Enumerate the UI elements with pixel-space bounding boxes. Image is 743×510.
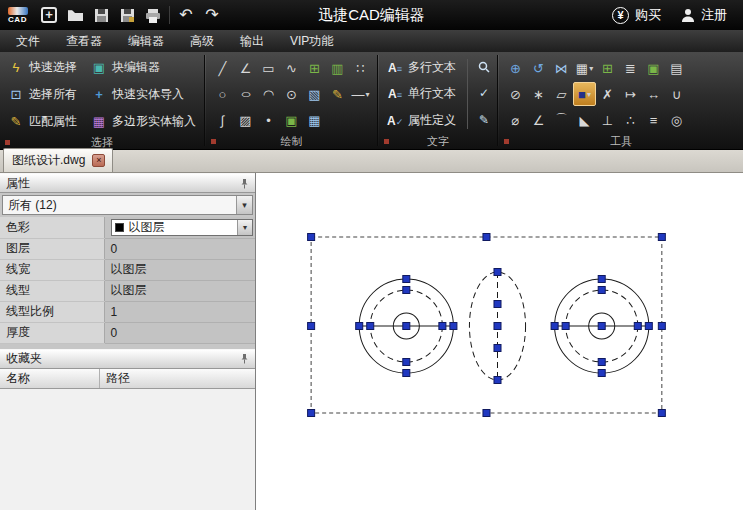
attribute-define-button[interactable]: A✓ 属性定义 [381,112,462,129]
quick-entity-import-button[interactable]: + 快速实体导入 [85,81,202,108]
quick-select-button[interactable]: ϟ 快速选择 [2,54,83,81]
array-button[interactable]: ▦▾ [573,56,596,80]
register-button[interactable]: 注册 [671,6,737,24]
property-value[interactable]: 0 [104,238,255,259]
spline-button[interactable]: ∿ [280,56,303,80]
color-value: 以图层 [129,219,165,236]
block-editor-button[interactable]: ▣ 块编辑器 [85,54,202,81]
table-button[interactable]: ▦ [303,108,326,132]
stretch-button[interactable]: ↔ [642,82,665,106]
wipeout-button[interactable]: ▥ [326,56,349,80]
property-value[interactable]: 0 [104,322,255,343]
ribbon-icon-row: ○○◠⊙▧✎―▾ [211,82,372,106]
menu-item-advanced[interactable]: 高级 [177,30,227,52]
menu-bar: 文件 查看器 编辑器 高级 输出 VIP功能 [0,30,743,52]
property-filter-dropdown[interactable]: 所有 (12) ▾ [2,195,253,215]
polyline-button[interactable]: ∠ [234,56,257,80]
pin-icon[interactable] [240,178,249,189]
erase-button[interactable]: ⊘ [504,82,527,106]
break-button[interactable]: ⊥ [596,108,619,132]
favorites-list[interactable] [0,389,255,510]
menu-item-vip[interactable]: VIP功能 [277,30,346,52]
save-button[interactable] [88,2,114,28]
construction-button[interactable]: ―▾ [349,82,372,106]
dialog-launcher-icon[interactable] [504,139,509,144]
ellipse-button[interactable]: ○ [234,82,257,106]
extend-button[interactable]: ↦ [619,82,642,106]
new-file-button[interactable]: + [36,2,62,28]
pencil-button[interactable]: ✎ [326,82,349,106]
offset-button[interactable]: ≣ [619,56,642,80]
fillet-button[interactable]: ⌒ [550,108,573,132]
join-button[interactable]: ∪ [665,82,688,106]
hatch-button[interactable]: ▨ [234,108,257,132]
ellipse-icon: ○ [240,88,252,101]
options-button[interactable]: ◎ [665,108,688,132]
point-button[interactable]: • [257,108,280,132]
close-icon[interactable]: × [92,154,105,167]
property-value[interactable]: 以图层 [104,280,255,301]
region-button[interactable]: ▧ [303,82,326,106]
open-file-button[interactable] [62,2,88,28]
move-button[interactable]: ⊕ [504,56,527,80]
dialog-launcher-icon[interactable] [384,139,389,144]
match-properties-button[interactable]: ✎ 匹配属性 [2,108,83,135]
menu-item-editor[interactable]: 编辑器 [115,30,177,52]
angle-button[interactable]: ∠ [527,108,550,132]
block-button[interactable]: ⊞ [303,56,326,80]
image-button[interactable]: ▣ [280,108,303,132]
circle-button[interactable]: ○ [211,82,234,106]
property-value[interactable]: 以图层 [104,259,255,280]
rotate-button[interactable]: ↺ [527,56,550,80]
property-value[interactable]: 1 [104,301,255,322]
dialog-launcher-icon[interactable] [5,140,10,145]
chevron-down-icon: ▾ [365,90,369,99]
text-style-button[interactable]: ✎ [473,113,495,127]
rect-button[interactable]: ▭ [257,56,280,80]
redo-button[interactable]: ↷ [199,2,225,28]
mirror-button[interactable]: ⋈ [550,56,573,80]
document-tab-label: 图纸设计.dwg [12,152,85,169]
offset-icon: ≣ [625,61,636,76]
document-tab[interactable]: 图纸设计.dwg × [3,148,113,172]
titlebar: CAD + ↶ ↷ 迅捷CAD编辑器 ¥ 购买 [0,0,743,30]
copy-button[interactable]: ⊞ [596,56,619,80]
polygon-entity-input-button[interactable]: ▦ 多边形实体输入 [85,108,202,135]
ribbon-icon-row: ⌀∠⌒◣⊥∴≡◎ [504,108,738,132]
explode-button[interactable]: ∗ [527,82,550,106]
menu-item-output[interactable]: 输出 [227,30,277,52]
menu-item-viewer[interactable]: 查看器 [53,30,115,52]
donut-button[interactable]: ⊙ [280,82,303,106]
distance-button[interactable]: ⌀ [504,108,527,132]
line-button[interactable]: ╱ [211,56,234,80]
divide-button[interactable]: ∷ [349,56,372,80]
pin-icon[interactable] [240,353,249,364]
drawing-canvas[interactable] [256,173,743,510]
buy-button[interactable]: ¥ 购买 [602,6,671,24]
spell-check-button[interactable]: ✓ [473,86,495,100]
table-row: 色彩 以图层 ▾ [0,217,255,238]
chamfer-button[interactable]: ◣ [573,108,596,132]
undo-button[interactable]: ↶ [173,2,199,28]
divide2-button[interactable]: ∴ [619,108,642,132]
dialog-launcher-icon[interactable] [211,139,216,144]
menu-item-file[interactable]: 文件 [3,30,53,52]
select-all-button[interactable]: ⊡ 选择所有 [2,81,83,108]
align-button[interactable]: ≡ [642,108,665,132]
group-button[interactable]: ▣ [642,56,665,80]
find-replace-button[interactable] [473,61,495,73]
scale-button[interactable]: ▱ [550,82,573,106]
singleline-text-label: 单行文本 [408,85,456,102]
scurve-button[interactable]: ∫ [211,108,234,132]
cad-drawing[interactable] [256,173,743,510]
trim-button[interactable]: ✗ [596,82,619,106]
paste-button[interactable]: ▤ [665,56,688,80]
singleline-text-button[interactable]: A≡ 单行文本 [381,85,462,102]
save-as-button[interactable] [114,2,140,28]
arc-button[interactable]: ◠ [257,82,280,106]
color-combo[interactable]: 以图层 ▾ [111,219,254,236]
multiline-text-button[interactable]: A≡ 多行文本 [381,59,462,76]
print-button[interactable] [140,2,166,28]
table-row: 厚度 0 [0,322,255,343]
active-tool-button[interactable]: ■▾ [573,82,596,106]
